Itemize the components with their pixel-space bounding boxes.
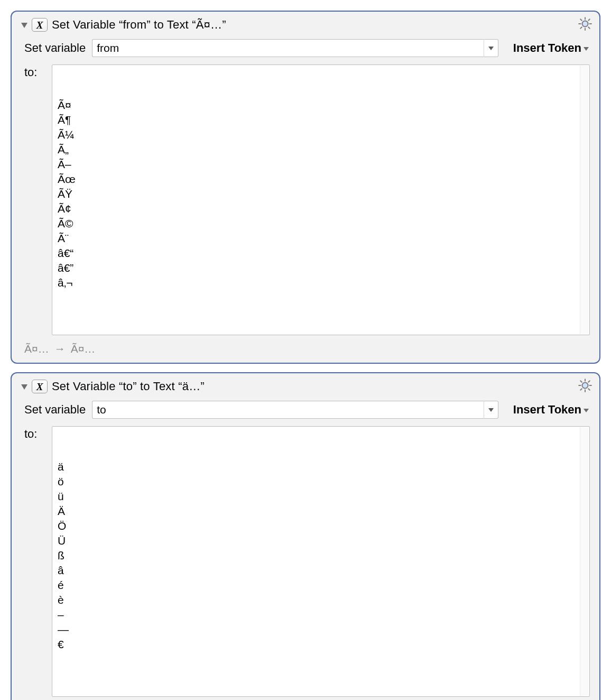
insert-token-button[interactable]: Insert Token xyxy=(505,41,590,55)
variable-type-icon: X xyxy=(32,380,48,393)
insert-token-button[interactable]: Insert Token xyxy=(505,403,590,417)
chevron-down-icon xyxy=(488,408,494,412)
to-label: to: xyxy=(24,426,45,441)
variable-name-menu-button[interactable] xyxy=(484,401,498,419)
svg-line-14 xyxy=(580,381,582,382)
gear-icon[interactable] xyxy=(577,16,593,32)
variable-type-icon: X xyxy=(32,18,48,32)
set-variable-label: Set variable xyxy=(24,403,86,417)
action-footer: Ã¤… → Ã¤… xyxy=(21,343,590,355)
variable-name-field-wrap xyxy=(92,401,498,419)
svg-line-5 xyxy=(580,19,582,21)
disclosure-triangle[interactable] xyxy=(21,384,27,390)
variable-name-input[interactable] xyxy=(92,39,484,57)
svg-point-0 xyxy=(582,21,588,27)
svg-point-9 xyxy=(582,383,588,389)
chevron-down-icon xyxy=(584,47,589,51)
set-variable-row: Set variable Insert Token xyxy=(21,39,590,57)
footer-output-preview: Ã¤… xyxy=(71,343,96,355)
svg-line-15 xyxy=(588,389,590,390)
svg-line-7 xyxy=(580,27,582,29)
action-header: X Set Variable “from” to Text “Ã¤…” xyxy=(21,18,590,32)
insert-token-label: Insert Token xyxy=(513,41,581,55)
action-set-variable-from[interactable]: X Set Variable “from” to Text “Ã¤…” Set … xyxy=(11,11,600,364)
chevron-down-icon xyxy=(488,47,494,50)
action-title: Set Variable “to” to Text “ä…” xyxy=(52,380,205,393)
svg-line-8 xyxy=(588,19,590,21)
variable-text-area[interactable]: ä ö ü Ä Ö Ü ß â é è – — € xyxy=(52,426,590,697)
variable-name-field-wrap xyxy=(92,39,498,57)
action-header: X Set Variable “to” to Text “ä…” xyxy=(21,380,590,393)
macro-editor-canvas: X Set Variable “from” to Text “Ã¤…” Set … xyxy=(0,0,611,700)
chevron-down-icon xyxy=(584,409,589,412)
to-text-row: to: ä ö ü Ä Ö Ü ß â é è – — € xyxy=(21,426,590,697)
set-variable-label: Set variable xyxy=(24,41,86,55)
arrow-right-icon: → xyxy=(54,343,66,355)
variable-text-area[interactable]: Ã¤ Ã¶ Ã¼ Ã„ Ã– Ãœ ÃŸ Ã¢ Ã© Ã¨ â€“ â€” â‚… xyxy=(52,65,590,335)
svg-line-6 xyxy=(588,27,590,29)
insert-token-label: Insert Token xyxy=(513,403,581,417)
variable-name-input[interactable] xyxy=(92,401,484,419)
svg-line-17 xyxy=(588,381,590,382)
to-text-row: to: Ã¤ Ã¶ Ã¼ Ã„ Ã– Ãœ ÃŸ Ã¢ Ã© Ã¨ â€“ â€… xyxy=(21,65,590,335)
variable-text-content: ä ö ü Ä Ö Ü ß â é è – — € xyxy=(58,459,584,652)
variable-text-content: Ã¤ Ã¶ Ã¼ Ã„ Ã– Ãœ ÃŸ Ã¢ Ã© Ã¨ â€“ â€” â‚… xyxy=(58,98,584,290)
variable-name-menu-button[interactable] xyxy=(484,39,498,57)
to-label: to: xyxy=(24,65,45,79)
set-variable-row: Set variable Insert Token xyxy=(21,401,590,419)
disclosure-triangle[interactable] xyxy=(21,23,27,28)
footer-input-preview: Ã¤… xyxy=(24,343,49,355)
action-title: Set Variable “from” to Text “Ã¤…” xyxy=(52,18,226,32)
gear-icon[interactable] xyxy=(577,377,593,393)
svg-line-16 xyxy=(580,389,582,390)
action-set-variable-to[interactable]: X Set Variable “to” to Text “ä…” Set var… xyxy=(11,372,600,700)
